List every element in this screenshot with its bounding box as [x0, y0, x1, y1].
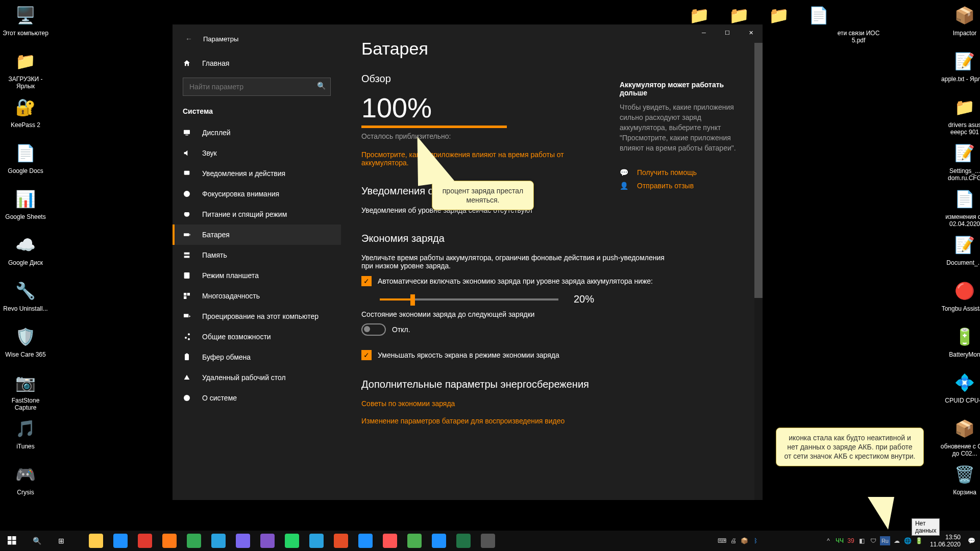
close-button[interactable]: ✕ — [739, 24, 763, 41]
tray-chevron-up-icon[interactable]: ^ — [823, 531, 834, 551]
clock[interactable]: 13:50 11.06.2020 — [925, 534, 966, 548]
desktop-icon[interactable]: 📷FastStone Capture — [0, 370, 51, 411]
tray-battery-icon[interactable]: 🔋 Нет данных — [914, 531, 925, 551]
sidebar-item-tablet[interactable]: Режим планшета — [173, 265, 341, 286]
taskbar-app[interactable] — [108, 531, 133, 551]
sidebar-item-storage[interactable]: Память — [173, 245, 341, 265]
desktop-icon[interactable]: 💠CPUID CPU-Z — [939, 370, 980, 404]
taskbar-app[interactable] — [476, 531, 500, 551]
sidebar-item-sound[interactable]: Звук — [173, 143, 341, 163]
taskbar-app[interactable] — [378, 531, 402, 551]
file-icon: 🔐 — [13, 95, 38, 119]
dim-checkbox[interactable]: ✓ Уменьшать яркость экрана в режиме экон… — [361, 350, 678, 360]
home-nav[interactable]: Главная — [173, 53, 341, 73]
desktop-icon[interactable]: 📊Google Sheets — [0, 187, 51, 220]
tray-defender-icon[interactable]: 🛡 — [868, 531, 879, 551]
scrollbar-thumb[interactable] — [754, 43, 763, 298]
sidebar-item-clip[interactable]: Буфер обмена — [173, 347, 341, 367]
desktop-icon[interactable]: 📦Impactor — [939, 3, 980, 37]
sidebar-item-notif[interactable]: Уведомления и действия — [173, 163, 341, 184]
desktop-icon[interactable]: 🗑️Корзина — [939, 462, 980, 496]
taskbar-app[interactable] — [329, 531, 353, 551]
taskbar-app[interactable] — [427, 531, 451, 551]
tray-bluetooth-icon[interactable]: ᛒ — [750, 531, 762, 551]
minimize-button[interactable]: ─ — [692, 24, 716, 41]
desktop-icon[interactable]: ети связи ИОС 5.pdf — [833, 3, 884, 44]
tray-temp2[interactable]: 39 — [845, 531, 856, 551]
search-taskbar-button[interactable]: 🔍 — [24, 531, 49, 551]
desktop-icon[interactable]: 📦обновение с С01 до С02... — [939, 416, 980, 457]
start-button[interactable] — [0, 531, 24, 551]
auto-saver-checkbox[interactable]: ✓ Автоматически включать экономию заряда… — [361, 276, 678, 286]
threshold-slider[interactable] — [380, 298, 558, 300]
maximize-button[interactable]: ☐ — [716, 24, 739, 41]
tray-onedrive-icon[interactable]: ☁ — [891, 531, 902, 551]
sidebar-item-display[interactable]: Дисплей — [173, 122, 341, 143]
sidebar-item-focus[interactable]: Фокусировка внимания — [173, 184, 341, 204]
taskbar-app[interactable] — [206, 531, 231, 551]
sidebar-item-label: Буфер обмена — [202, 353, 251, 361]
taskbar-app[interactable] — [353, 531, 378, 551]
desktop-icon[interactable]: 🔴Tongbu Assistant — [939, 279, 980, 312]
search-input[interactable] — [183, 78, 331, 96]
taskbar-app[interactable] — [402, 531, 427, 551]
desktop-icon[interactable]: 📁drivers asus eeepc 901 — [939, 95, 980, 136]
taskbar-app[interactable] — [84, 531, 108, 551]
desktop-icon[interactable]: 🖥️Этот компьютер — [0, 3, 51, 37]
apps-usage-link[interactable]: Просмотрите, какие приложения влияют на … — [361, 151, 576, 167]
icon-label: BatteryMon — [939, 351, 980, 358]
scrollbar[interactable] — [754, 43, 763, 500]
desktop-icon[interactable]: 📄изменения от 02.04.2020 — [939, 187, 980, 228]
tips-link[interactable]: Советы по экономии заряда — [361, 399, 678, 408]
sidebar-item-power[interactable]: Питание и спящий режим — [173, 204, 341, 224]
feedback-link[interactable]: 👤 Отправить отзыв — [620, 182, 742, 190]
desktop-icon[interactable]: 🎮Crysis — [0, 462, 51, 496]
sidebar-item-battery[interactable]: Батарея — [173, 224, 341, 245]
taskbar-app[interactable] — [304, 531, 329, 551]
app-icon — [260, 534, 275, 548]
sidebar-item-label: Проецирование на этот компьютер — [202, 312, 318, 320]
taskbar-app[interactable] — [280, 531, 304, 551]
tray-keyboard-icon[interactable]: ⌨ — [717, 531, 728, 551]
sidebar-item-project[interactable]: Проецирование на этот компьютер — [173, 306, 341, 327]
desktop-icon[interactable]: ☁️Google Диск — [0, 233, 51, 266]
sidebar-item-share[interactable]: Общие возможности — [173, 327, 341, 347]
slider-thumb[interactable] — [410, 294, 415, 306]
desktop-icon[interactable]: 📝Document_... — [939, 233, 980, 266]
get-help-link[interactable]: 💬 Получить помощь — [620, 168, 742, 177]
tray-device-icon[interactable]: 📦 — [739, 531, 750, 551]
dim-label: Уменьшать яркость экрана в режиме эконом… — [378, 350, 559, 360]
desktop-icon[interactable]: 📝apple.txt - Ярлык — [939, 49, 980, 83]
saver-toggle[interactable] — [361, 323, 386, 336]
taskbar-app[interactable] — [157, 531, 182, 551]
svg-rect-11 — [184, 314, 188, 317]
search-box[interactable]: 🔍 — [183, 78, 331, 96]
desktop-icon[interactable]: 📄Google Docs — [0, 141, 51, 174]
taskbar-app[interactable] — [255, 531, 280, 551]
desktop-icon[interactable]: 🔐KeePass 2 — [0, 95, 51, 129]
tray-printer-icon[interactable]: 🖨 — [728, 531, 739, 551]
task-view-button[interactable]: ⊞ — [49, 531, 74, 551]
desktop-icon[interactable]: 📝Settings_... dom.ru.CFG — [939, 141, 980, 182]
taskbar-app[interactable] — [451, 531, 476, 551]
taskbar-app[interactable] — [182, 531, 206, 551]
desktop-icon[interactable]: 📁ЗАГРУЗКИ - Ярлык — [0, 49, 51, 90]
desktop-icon[interactable]: 🛡️Wise Care 365 — [0, 324, 51, 358]
desktop-icon[interactable]: 🎵iTunes — [0, 416, 51, 450]
desktop-icon[interactable]: 🔋BatteryMon — [939, 324, 980, 358]
taskbar-app[interactable] — [231, 531, 255, 551]
sidebar-item-about[interactable]: О системе — [173, 388, 341, 408]
sidebar-item-remote[interactable]: Удаленный рабочий стол — [173, 367, 341, 388]
file-icon: 📷 — [13, 370, 38, 395]
action-center-icon[interactable]: 💬 — [966, 531, 977, 551]
extra-heading: Дополнительные параметры энергосбережени… — [361, 379, 678, 390]
desktop-icon[interactable]: 🔧Revo Uninstall... — [0, 279, 51, 312]
taskbar-app[interactable] — [133, 531, 157, 551]
app-icon — [211, 534, 226, 548]
tray-app-icon[interactable]: ◧ — [856, 531, 868, 551]
tray-temp1[interactable]: ЧЧ — [834, 531, 845, 551]
language-indicator[interactable]: Ru — [880, 536, 890, 545]
sidebar-item-multi[interactable]: Многозадачность — [173, 286, 341, 306]
video-battery-link[interactable]: Изменение параметров батареи для воспрои… — [361, 417, 678, 425]
clock-date: 11.06.2020 — [930, 541, 961, 548]
